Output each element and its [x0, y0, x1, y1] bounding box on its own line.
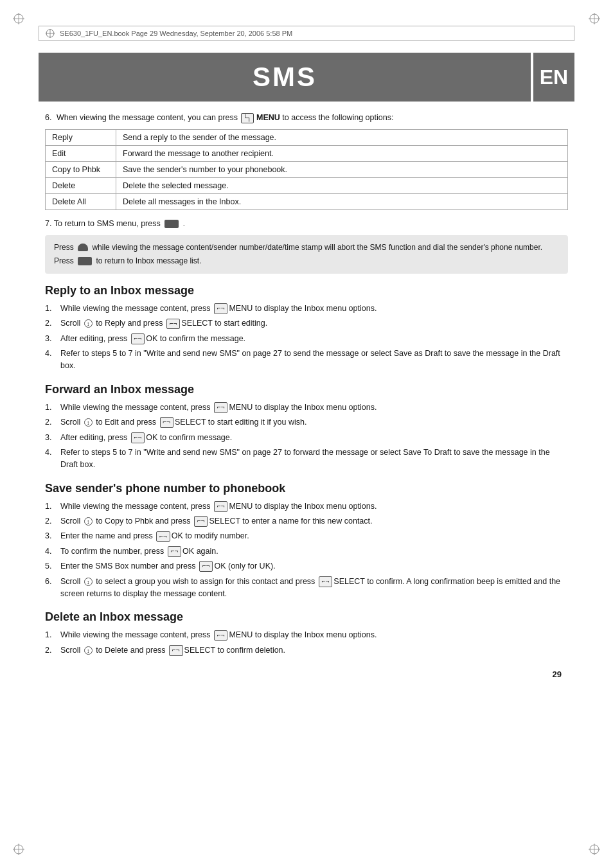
section-save-sender: Save sender's phone number to phonebook1… — [45, 482, 568, 601]
table-cell-option: Edit — [46, 145, 116, 161]
key-bracket: ⌐¬ — [214, 501, 227, 512]
list-item: 2.Scroll ↕ to Reply and press ⌐¬SELECT t… — [45, 317, 568, 330]
section-steps: 1.While viewing the message content, pre… — [45, 629, 568, 657]
end-key-icon2 — [78, 257, 92, 265]
step-number: 2. — [45, 644, 51, 657]
note-line2: Press to return to Inbox message list. — [54, 255, 559, 267]
step-text: While viewing the message content, press… — [60, 304, 377, 313]
step-text: While viewing the message content, press… — [60, 630, 377, 639]
list-item: 2.Scroll ↕ to Copy to Phbk and press ⌐¬S… — [45, 515, 568, 527]
key-bracket: ⌐¬ — [194, 516, 208, 527]
corner-mark-br — [589, 844, 600, 855]
table-cell-option: Reply — [46, 129, 116, 145]
step-text: Enter the name and press ⌐¬OK to modify … — [60, 531, 249, 540]
note-line2-suffix: to return to Inbox message list. — [96, 256, 201, 265]
list-item: 2.Scroll ↕ to Edit and press ⌐¬SELECT to… — [45, 416, 568, 429]
note-box: Press while viewing the message content/… — [45, 235, 568, 274]
step-number: 1. — [45, 500, 51, 513]
table-cell-description: Save the sender's number to your phonebo… — [116, 161, 568, 177]
lang-badge: EN — [540, 66, 568, 89]
list-item: 4.To confirm the number, press ⌐¬OK agai… — [45, 545, 568, 558]
section-heading: Forward an Inbox message — [45, 383, 568, 396]
step-text: Scroll ↕ to Reply and press ⌐¬SELECT to … — [60, 319, 267, 328]
list-item: 4.Refer to steps 5 to 7 in "Write and se… — [45, 447, 568, 472]
crosshair-icon — [46, 29, 55, 38]
step-text: Scroll ↕ to select a group you wish to a… — [60, 577, 560, 598]
key-wrapper: ⌐¬ — [214, 402, 227, 413]
list-item: 1.While viewing the message content, pre… — [45, 402, 568, 414]
table-cell-description: Send a reply to the sender of the messag… — [116, 129, 568, 145]
step7-number: 7. — [45, 219, 51, 228]
step-number: 6. — [45, 576, 51, 588]
key-wrapper: ⌐¬ — [214, 501, 227, 512]
list-item: 3.Enter the name and press ⌐¬OK to modif… — [45, 530, 568, 542]
table-cell-option: Copy to Phbk — [46, 161, 116, 177]
step-number: 3. — [45, 432, 51, 444]
key-bracket-left: └┐ — [241, 113, 254, 123]
step-text: After editing, press ⌐¬OK to confirm the… — [60, 334, 245, 343]
key-wrapper: ⌐¬ — [168, 546, 181, 557]
step-text: Scroll ↕ to Delete and press ⌐¬SELECT to… — [60, 646, 285, 655]
step6-intro: 6. When viewing the message content, you… — [45, 112, 568, 124]
end-key-icon — [164, 220, 179, 228]
list-item: 4.Refer to steps 5 to 7 in "Write and se… — [45, 348, 568, 373]
scroll-icon: ↕ — [84, 319, 93, 328]
table-cell-option: Delete All — [46, 193, 116, 209]
key-wrapper: ⌐¬ — [319, 576, 332, 587]
corner-mark-bl — [13, 844, 24, 855]
key-bracket: ⌐¬ — [319, 576, 332, 587]
step-text: To confirm the number, press ⌐¬OK again. — [60, 547, 218, 556]
end-key-symbol: . — [183, 220, 185, 227]
key-bracket: ⌐¬ — [131, 432, 145, 443]
key-wrapper: ⌐¬ — [214, 303, 227, 314]
scroll-icon: ↕ — [84, 578, 93, 586]
list-item: 1.While viewing the message content, pre… — [45, 629, 568, 641]
step-number: 2. — [45, 317, 51, 330]
step-number: 5. — [45, 560, 51, 572]
table-cell-description: Delete the selected message. — [116, 177, 568, 193]
step-number: 4. — [45, 545, 51, 558]
key-bracket: ⌐¬ — [160, 417, 173, 428]
key-bracket: ⌐¬ — [214, 303, 227, 314]
scroll-icon: ↕ — [84, 418, 93, 427]
step7-text: To return to SMS menu, press — [54, 219, 161, 228]
sections-container: Reply to an Inbox message1.While viewing… — [45, 284, 568, 657]
table-cell-option: Delete — [46, 177, 116, 193]
scroll-icon: ↕ — [84, 517, 93, 526]
key-bracket: ⌐¬ — [169, 645, 182, 656]
key-wrapper: ⌐¬ — [166, 319, 180, 330]
key-bracket: ⌐¬ — [214, 630, 227, 641]
section-forward-inbox: Forward an Inbox message1.While viewing … — [45, 383, 568, 472]
step-number: 1. — [45, 402, 51, 414]
page-number: 29 — [45, 669, 568, 679]
key-bracket: ⌐¬ — [168, 546, 181, 557]
list-item: 2.Scroll ↕ to Delete and press ⌐¬SELECT … — [45, 644, 568, 657]
list-item: 3.After editing, press ⌐¬OK to confirm m… — [45, 432, 568, 444]
key-wrapper: ⌐¬ — [131, 432, 145, 443]
table-row: Delete AllDelete all messages in the Inb… — [46, 193, 568, 209]
file-info-text: SE630_1FU_EN.book Page 29 Wednesday, Sep… — [60, 30, 292, 37]
step-text: While viewing the message content, press… — [60, 502, 377, 511]
content-area: 6. When viewing the message content, you… — [39, 112, 574, 679]
list-item: 1.While viewing the message content, pre… — [45, 303, 568, 315]
section-steps: 1.While viewing the message content, pre… — [45, 303, 568, 373]
key-wrapper: ⌐¬ — [131, 333, 145, 344]
key-wrapper: ⌐¬ — [169, 645, 182, 656]
options-table: ReplySend a reply to the sender of the m… — [45, 129, 568, 210]
step-number: 4. — [45, 348, 51, 360]
key-wrapper: ⌐¬ — [194, 516, 208, 527]
table-cell-description: Delete all messages in the Inbox. — [116, 193, 568, 209]
list-item: 3.After editing, press ⌐¬OK to confirm t… — [45, 333, 568, 345]
step-text: Refer to steps 5 to 7 in "Write and send… — [60, 448, 550, 469]
step-number: 3. — [45, 530, 51, 542]
file-info-bar: SE630_1FU_EN.book Page 29 Wednesday, Sep… — [39, 26, 574, 41]
section-delete-inbox: Delete an Inbox message1.While viewing t… — [45, 610, 568, 657]
section-heading: Save sender's phone number to phonebook — [45, 482, 568, 495]
header-title-box: SMS — [39, 53, 531, 102]
section-steps: 1.While viewing the message content, pre… — [45, 500, 568, 601]
header-section: SMS EN — [39, 53, 574, 102]
page-wrapper: SE630_1FU_EN.book Page 29 Wednesday, Sep… — [0, 0, 613, 868]
section-steps: 1.While viewing the message content, pre… — [45, 402, 568, 472]
key-bracket: ⌐¬ — [131, 333, 145, 344]
note-press1: Press — [54, 243, 74, 252]
